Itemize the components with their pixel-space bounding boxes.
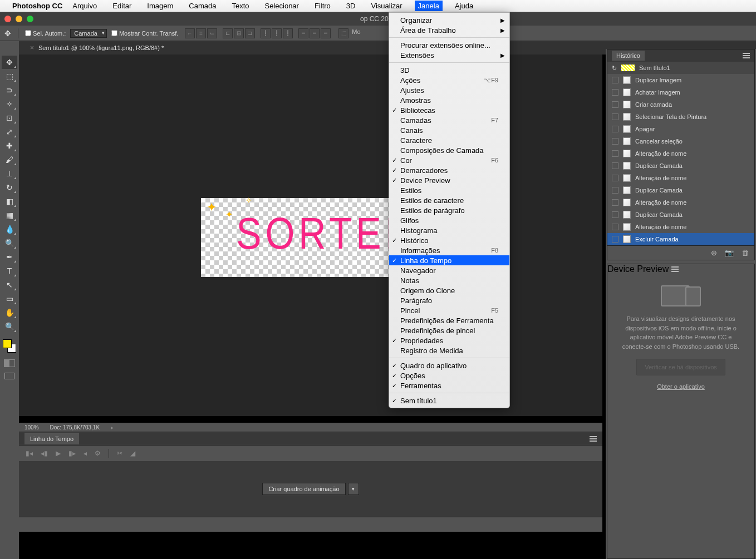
menu-ajuda[interactable]: Ajuda (451, 1, 477, 11)
history-visibility-checkbox[interactable] (612, 211, 618, 218)
menu-item-camadas[interactable]: CamadasF7 (389, 115, 509, 125)
artboard[interactable]: ✦ ✦ ✧ ✦ SORTEIO! (201, 198, 407, 277)
blur-tool[interactable]: 💧 (2, 222, 17, 236)
menu-item-hist-rico[interactable]: ✓Histórico (389, 235, 509, 245)
menu-3d[interactable]: 3D (343, 1, 359, 11)
dodge-tool[interactable]: 🔍 (2, 236, 17, 250)
play-icon[interactable]: ▶ (56, 449, 61, 457)
history-item[interactable]: Excluir Camada (607, 233, 754, 245)
menu-item-navegador[interactable]: Navegador (389, 265, 509, 275)
history-item[interactable]: Duplicar Camada (607, 209, 754, 221)
zoom-level[interactable]: 100% (24, 424, 39, 431)
menu-item-linha-do-tempo[interactable]: ✓Linha do Tempo (389, 255, 509, 265)
lasso-tool[interactable]: ⊃ (2, 83, 17, 97)
menu-item-demarcadores[interactable]: ✓Demarcadores (389, 165, 509, 175)
menu-arquivo[interactable]: Arquivo (69, 1, 100, 11)
menu-item-op-es[interactable]: ✓Opções (389, 370, 509, 380)
menu-imagem[interactable]: Imagem (144, 1, 176, 11)
history-snapshot[interactable]: ↻Sem título1 (607, 62, 754, 74)
menu-camada[interactable]: Camada (185, 1, 219, 11)
history-visibility-checkbox[interactable] (612, 77, 618, 83)
history-visibility-checkbox[interactable] (612, 236, 618, 243)
history-visibility-checkbox[interactable] (612, 113, 618, 120)
transition-icon[interactable]: ◢ (130, 449, 135, 457)
get-app-link[interactable]: Obter o aplicativo (657, 383, 705, 390)
auto-select-checkbox[interactable]: Sel. Autom.: (25, 30, 66, 37)
check-devices-button[interactable]: Verificar se há dispositivos (636, 359, 725, 375)
history-item[interactable]: Selecionar Tela de Pintura (607, 111, 754, 123)
panel-menu-icon[interactable] (743, 53, 750, 58)
wand-tool[interactable]: ✧ (2, 97, 17, 111)
new-snapshot-icon[interactable]: ⊕ (711, 249, 717, 257)
3d-mode-icon[interactable]: ⬚ (338, 28, 348, 38)
menu-item-bibliotecas[interactable]: ✓Bibliotecas (389, 105, 509, 115)
menu-item-predefini-es-de-pincel[interactable]: Predefinições de pincel (389, 325, 509, 335)
menu-item-device-preview[interactable]: ✓Device Preview (389, 175, 509, 185)
history-visibility-checkbox[interactable] (612, 126, 618, 132)
menu-item-caractere[interactable]: Caractere (389, 135, 509, 145)
history-visibility-checkbox[interactable] (612, 199, 618, 206)
history-item[interactable]: Cancelar seleção (607, 135, 754, 147)
menu-filtro[interactable]: Filtro (311, 1, 334, 11)
history-visibility-checkbox[interactable] (612, 224, 618, 230)
distribute-top-icon[interactable]: ┇ (261, 28, 271, 38)
menu-item-estilos-de-par-grafo[interactable]: Estilos de parágrafo (389, 205, 509, 215)
marquee-tool[interactable]: ⬚ (2, 70, 17, 83)
menu-item-informa-es[interactable]: InformaçõesF8 (389, 245, 509, 255)
first-frame-icon[interactable]: ▮◂ (26, 449, 33, 457)
align-hcenter-icon[interactable]: ⊟ (234, 28, 244, 38)
history-visibility-checkbox[interactable] (612, 187, 618, 194)
menu-item-quadro-do-aplicativo[interactable]: ✓Quadro do aplicativo (389, 360, 509, 370)
color-swatches[interactable] (2, 338, 17, 354)
shape-tool[interactable]: ▭ (2, 292, 17, 305)
timeline-tab[interactable]: Linha do Tempo (24, 433, 79, 444)
history-visibility-checkbox[interactable] (612, 175, 618, 181)
distribute-hcenter-icon[interactable]: ┅ (310, 28, 320, 38)
distribute-right-icon[interactable]: ┅ (321, 28, 331, 38)
close-tab-icon[interactable]: × (30, 44, 34, 52)
menu-item-estilos[interactable]: Estilos (389, 185, 509, 195)
prev-frame-icon[interactable]: ◂▮ (41, 449, 48, 457)
panel-menu-icon[interactable] (590, 436, 597, 442)
history-tab[interactable]: Histórico (612, 51, 645, 61)
move-tool[interactable]: ✥ (2, 56, 17, 69)
menu-item-propriedades[interactable]: ✓Propriedades (389, 335, 509, 345)
menu-item-a-es[interactable]: Ações⌥F9 (389, 75, 509, 85)
menu-item-pincel[interactable]: PincelF5 (389, 305, 509, 315)
quick-mask-icon[interactable] (4, 359, 15, 367)
menu-item-estilos-de-caractere[interactable]: Estilos de caractere (389, 195, 509, 205)
create-animation-dropdown[interactable]: ▾ (348, 483, 359, 495)
path-tool[interactable]: ↖ (2, 278, 17, 291)
history-item[interactable]: Alteração de nome (607, 172, 754, 184)
menu-item-registro-de-medida[interactable]: Registro de Medida (389, 345, 509, 355)
menu-item-ferramentas[interactable]: ✓Ferramentas (389, 380, 509, 390)
history-brush-tool[interactable]: ↻ (2, 181, 17, 194)
align-vcenter-icon[interactable]: ≡ (196, 28, 206, 38)
history-visibility-checkbox[interactable] (612, 138, 618, 145)
stamp-tool[interactable]: ⊥ (2, 167, 17, 180)
menu-item-sem-t-tulo1[interactable]: ✓Sem título1 (389, 395, 509, 405)
trash-icon[interactable]: 🗑 (742, 249, 749, 257)
type-tool[interactable]: T (2, 264, 17, 278)
history-visibility-checkbox[interactable] (612, 101, 618, 108)
canvas-area[interactable]: ✦ ✦ ✧ ✦ SORTEIO! (19, 55, 602, 416)
eyedrop-tool[interactable]: ⤢ (2, 125, 17, 138)
show-transform-checkbox[interactable]: Mostrar Contr. Transf. (111, 30, 178, 37)
camera-icon[interactable]: 📷 (725, 249, 734, 257)
menu-editar[interactable]: Editar (109, 1, 135, 11)
align-top-icon[interactable]: ⌐ (185, 28, 195, 38)
cut-icon[interactable]: ✂ (117, 449, 122, 457)
menu-item-glifos[interactable]: Glifos (389, 215, 509, 225)
history-item[interactable]: Criar camada (607, 98, 754, 111)
align-left-icon[interactable]: ⊏ (223, 28, 233, 38)
menu-item-notas[interactable]: Notas (389, 275, 509, 285)
create-animation-button[interactable]: Criar quadro de animação (262, 483, 345, 495)
doc-size[interactable]: Doc: 175,8K/703,1K (50, 424, 100, 431)
screen-mode-icon[interactable] (4, 373, 14, 379)
last-frame-icon[interactable]: ◂ (84, 449, 87, 457)
history-visibility-checkbox[interactable] (612, 89, 618, 96)
document-tab[interactable]: × Sem título1 @ 100% (figura11.png, RGB/… (23, 42, 170, 54)
history-item[interactable]: Achatar Imagem (607, 86, 754, 98)
heal-tool[interactable]: ✚ (2, 139, 17, 152)
distribute-left-icon[interactable]: ┅ (298, 28, 308, 38)
